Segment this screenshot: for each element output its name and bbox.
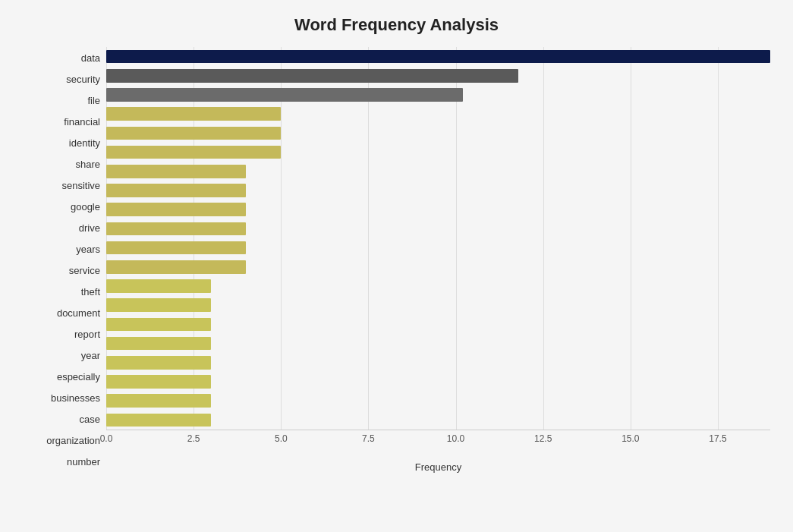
x-axis-label: Frequency [106,461,770,473]
bar-row-businesses [106,353,770,372]
chart-title: Word Frequency Analysis [23,15,770,35]
bar-identity [106,127,281,140]
x-tick: 17.5 [709,433,726,444]
bar-drive [106,203,246,216]
bars-area [106,47,770,430]
bar-theft [106,260,246,274]
x-tick: 12.5 [534,433,552,444]
bar-row-case [106,372,770,391]
bar-financial [106,107,281,121]
y-label-especially: especially [57,367,100,388]
y-label-google: google [71,196,100,217]
y-label-years: years [76,238,100,260]
y-label-file: file [87,90,100,111]
bar-row-report [106,296,770,315]
x-axis: 0.02.55.07.510.012.515.017.5 [106,430,770,460]
chart-area: datasecurityfilefinancialidentitysharese… [23,47,770,473]
bar-row-especially [106,334,770,353]
y-label-year: year [81,345,100,367]
bar-row-drive [106,200,770,219]
bar-row-security [106,66,770,85]
y-label-document: document [57,303,100,324]
bars-and-xaxis: 0.02.55.07.510.012.515.017.5 Frequency [106,47,770,473]
bar-especially [106,337,211,351]
bar-sensitive [106,165,246,178]
bar-businesses [106,356,211,370]
y-label-number: number [67,452,100,473]
bar-year [106,318,211,332]
bar-number [106,414,211,427]
bar-row-year [106,315,770,334]
bar-row-service [106,238,770,257]
y-label-businesses: businesses [51,388,100,409]
x-tick: 15.0 [621,433,639,444]
x-tick: 7.5 [362,433,375,444]
bar-row-years [106,219,770,238]
bar-report [106,298,211,312]
bar-row-document [106,276,770,295]
bar-row-number [106,411,770,430]
x-tick: 10.0 [447,433,464,444]
bar-security [106,69,518,83]
bar-row-financial [106,105,770,124]
bar-row-google [106,181,770,200]
bar-row-data [106,47,770,66]
y-label-theft: theft [81,282,100,303]
bar-row-theft [106,257,770,276]
y-label-organization: organization [46,430,100,452]
y-axis-labels: datasecurityfilefinancialidentitysharese… [23,47,106,473]
y-label-drive: drive [79,217,100,238]
chart-container: Word Frequency Analysis datasecurityfile… [0,0,793,532]
bar-document [106,279,211,293]
y-label-service: service [69,260,100,281]
bar-data [106,50,770,64]
y-label-sensitive: sensitive [61,175,100,196]
x-tick: 2.5 [187,433,200,444]
bar-file [106,88,463,102]
y-label-identity: identity [69,132,100,153]
bar-row-file [106,85,770,104]
bar-organization [106,394,211,408]
bar-google [106,184,246,197]
bar-share [106,146,281,159]
y-label-security: security [66,68,100,90]
bar-row-share [106,143,770,162]
x-tick: 5.0 [275,433,288,444]
y-label-data: data [81,47,100,68]
y-label-share: share [75,153,100,175]
y-label-report: report [74,324,100,345]
bar-row-organization [106,392,770,411]
y-label-case: case [80,409,100,430]
bar-service [106,241,246,255]
bar-years [106,222,246,236]
y-label-financial: financial [64,111,100,132]
bar-row-identity [106,124,770,143]
bar-case [106,375,211,389]
bar-row-sensitive [106,162,770,181]
x-tick: 0.0 [100,433,113,444]
